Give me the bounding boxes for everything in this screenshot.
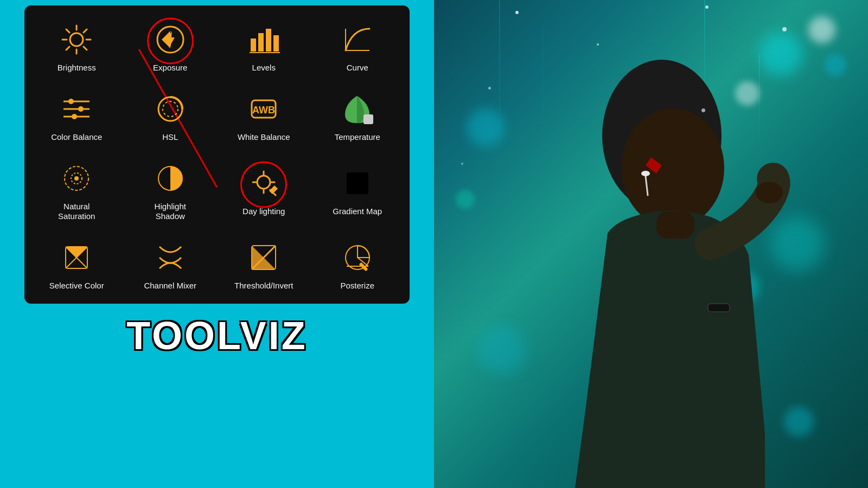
threshold-invert-icon [245, 239, 283, 277]
hsl-icon [151, 90, 189, 128]
menu-item-channel-mixer[interactable]: Channel Mixer [124, 229, 218, 298]
svg-point-25 [72, 114, 77, 119]
svg-rect-50 [656, 211, 694, 239]
natural-saturation-label: NaturalSaturation [58, 202, 95, 221]
brightness-icon [58, 21, 95, 59]
posterize-icon [339, 239, 376, 277]
exposure-label: Exposure [153, 63, 187, 73]
right-panel [434, 0, 868, 488]
svg-text:AWB: AWB [252, 105, 275, 115]
brightness-label: Brightness [58, 63, 96, 73]
levels-icon [245, 21, 283, 59]
svg-line-7 [84, 47, 87, 50]
temperature-label: Temperature [335, 132, 380, 142]
color-balance-icon [58, 90, 95, 128]
day-lighting-label: Day lighting [242, 207, 285, 216]
svg-line-6 [66, 29, 69, 33]
svg-rect-14 [258, 33, 264, 52]
svg-point-52 [756, 182, 783, 203]
white-balance-label: White Balance [238, 132, 290, 142]
svg-point-35 [257, 176, 270, 189]
svg-rect-16 [273, 35, 279, 52]
menu-item-exposure[interactable]: Exposure [124, 11, 218, 80]
natural-saturation-icon [58, 159, 95, 197]
menu-grid: Brightness Exposure [30, 11, 404, 298]
left-panel: Brightness Exposure [0, 0, 434, 488]
white-balance-icon: AWB [245, 90, 283, 128]
svg-point-49 [621, 108, 724, 228]
menu-item-levels[interactable]: Levels [217, 11, 311, 80]
svg-point-33 [74, 176, 79, 181]
person-silhouette [467, 27, 835, 488]
menu-item-posterize[interactable]: Posterize [311, 229, 405, 298]
svg-point-21 [68, 99, 74, 104]
svg-line-9 [66, 47, 69, 50]
svg-rect-15 [266, 29, 271, 52]
selective-color-label: Selective Color [49, 281, 104, 291]
menu-item-gradient-map[interactable]: Gradient Map [311, 150, 405, 229]
temperature-icon [339, 90, 376, 128]
svg-rect-41 [347, 172, 368, 194]
photo-background [434, 0, 868, 488]
menu-item-highlight-shadow[interactable]: HighlightShadow [124, 150, 218, 229]
hsl-label: HSL [162, 132, 178, 142]
menu-item-curve[interactable]: Curve [311, 11, 405, 80]
gradient-map-label: Gradient Map [333, 207, 382, 216]
selective-color-icon [58, 239, 95, 277]
menu-item-temperature[interactable]: Temperature [311, 80, 405, 150]
svg-line-8 [84, 29, 87, 33]
brand-name: TOOLVIZ [126, 313, 307, 358]
levels-label: Levels [252, 63, 276, 73]
menu-item-hsl[interactable]: HSL [124, 80, 218, 150]
menu-item-natural-saturation[interactable]: NaturalSaturation [30, 150, 124, 229]
gradient-map-icon [339, 164, 376, 202]
svg-rect-30 [363, 114, 373, 124]
svg-rect-53 [708, 304, 730, 312]
day-lighting-icon [245, 164, 283, 202]
channel-mixer-icon [151, 239, 189, 277]
svg-point-1 [70, 33, 83, 46]
threshold-invert-label: Threshold/Invert [234, 281, 293, 291]
curve-label: Curve [347, 63, 368, 73]
channel-mixer-label: Channel Mixer [144, 281, 196, 291]
color-balance-label: Color Balance [51, 132, 102, 142]
menu-item-selective-color[interactable]: Selective Color [30, 229, 124, 298]
svg-point-23 [78, 106, 84, 112]
highlight-shadow-icon [151, 159, 189, 197]
menu-item-color-balance[interactable]: Color Balance [30, 80, 124, 150]
svg-point-27 [163, 101, 178, 117]
menu-item-white-balance[interactable]: AWB White Balance [217, 80, 311, 150]
menu-item-day-lighting[interactable]: Day lighting [217, 150, 311, 229]
highlight-shadow-label: HighlightShadow [155, 202, 186, 221]
curve-icon [339, 21, 376, 59]
menu-grid-container: Brightness Exposure [24, 5, 410, 304]
exposure-icon [151, 21, 189, 59]
menu-item-threshold-invert[interactable]: Threshold/Invert [217, 229, 311, 298]
menu-item-brightness[interactable]: Brightness [30, 11, 124, 80]
posterize-label: Posterize [340, 281, 374, 291]
svg-rect-13 [251, 38, 256, 52]
